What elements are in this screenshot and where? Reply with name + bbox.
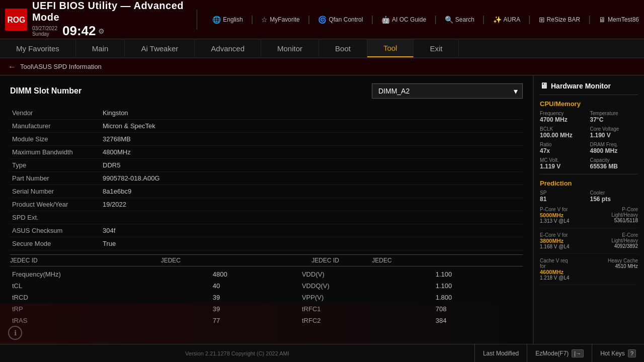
hot-keys-btn[interactable]: Hot Keys ? bbox=[592, 344, 644, 362]
jedec-col1-label: JEDEC ID bbox=[10, 257, 161, 264]
freq-row: tRP 39 tRFC1 708 bbox=[10, 303, 523, 315]
spd-field-label: Maximum Bandwidth bbox=[10, 146, 101, 159]
e-core-lh-label: E-CoreLight/Heavy bbox=[611, 232, 638, 243]
e-core-header: E-Core V for 3800MHz 1.168 V @L4 E-CoreL… bbox=[540, 232, 638, 249]
ezmode-btn[interactable]: EzMode(F7) |→ bbox=[527, 344, 592, 362]
temperature-label: Temperature bbox=[590, 111, 638, 116]
heavy-cache-value: 4510 MHz bbox=[608, 263, 638, 269]
bclk-value: 100.00 MHz bbox=[540, 132, 588, 139]
e-core-lh-value: 4092/3892 bbox=[611, 243, 638, 249]
dram-freq-value: 4800 MHz bbox=[590, 147, 638, 154]
temperature-value: 37°C bbox=[590, 116, 638, 123]
logo-area: ROG UEFI BIOS Utility — Advanced Mode 03… bbox=[5, 0, 192, 39]
cache-freq: 4600MHz bbox=[540, 269, 570, 275]
spd-row: VendorKingston bbox=[10, 107, 523, 120]
search-btn[interactable]: 🔍 Search bbox=[445, 16, 474, 24]
mc-volt-value: 1.119 V bbox=[540, 163, 588, 170]
memtest-btn[interactable]: 🖥 MemTest86 bbox=[599, 16, 639, 24]
monitor-divider bbox=[540, 174, 638, 174]
ratio-value: 47x bbox=[540, 147, 588, 154]
last-modified-btn[interactable]: Last Modified bbox=[474, 344, 527, 362]
freq-col3: tRFC1 bbox=[300, 303, 434, 315]
language-selector[interactable]: 🌐 English bbox=[212, 16, 243, 24]
spd-field-value: Kingston bbox=[101, 107, 523, 120]
date-line1: 03/27/2022 bbox=[32, 26, 57, 31]
freq-col2: 77 bbox=[211, 315, 300, 326]
spd-row: ManufacturerMicron & SpecTek bbox=[10, 120, 523, 133]
last-modified-label: Last Modified bbox=[483, 350, 519, 357]
language-label: English bbox=[223, 16, 243, 23]
p-core-block: P-Core V for 5000MHz 1.313 V @L4 P-CoreL… bbox=[540, 207, 638, 228]
prediction-section-title: Prediction bbox=[540, 179, 638, 187]
spd-field-label: Module Size bbox=[10, 133, 101, 146]
cpu-memory-grid: Frequency 4700 MHz Temperature 37°C BCLK… bbox=[540, 111, 638, 170]
sp-cooler-grid: SP 81 Cooler 156 pts bbox=[540, 190, 638, 203]
tab-exit[interactable]: Exit bbox=[414, 39, 459, 57]
spd-field-label: Product Week/Year bbox=[10, 198, 101, 211]
search-icon: 🔍 bbox=[445, 16, 453, 24]
freq-table: Frequency(MHz) 4800 VDD(V) 1.100 tCL 40 … bbox=[10, 268, 523, 326]
memtest-icon: 🖥 bbox=[599, 16, 606, 24]
my-favorite-btn[interactable]: ☆ MyFavorite bbox=[261, 16, 299, 24]
time-display: 09:42 bbox=[62, 23, 96, 39]
right-panel: 🖥 Hardware Monitor CPU/Memory Frequency … bbox=[533, 75, 644, 344]
tab-main[interactable]: Main bbox=[76, 39, 125, 57]
e-core-detail: 1.168 V @L4 bbox=[540, 244, 570, 249]
spd-row: TypeDDR5 bbox=[10, 159, 523, 172]
frequency-item: Frequency 4700 MHz bbox=[540, 111, 588, 123]
freq-col2: 40 bbox=[211, 280, 300, 292]
aura-btn[interactable]: ✨ AURA bbox=[493, 16, 520, 24]
jedec-col2-label: JEDEC bbox=[161, 257, 312, 264]
back-arrow-icon[interactable]: ← bbox=[8, 62, 16, 71]
spd-row: ASUS Checksum304f bbox=[10, 224, 523, 237]
tab-ai-tweaker[interactable]: Ai Tweaker bbox=[125, 39, 195, 57]
top-toolbar: 🌐 English | ☆ MyFavorite | 🌀 Qfan Contro… bbox=[212, 14, 639, 25]
spd-field-value: DDR5 bbox=[101, 159, 523, 172]
info-icon[interactable]: ℹ bbox=[8, 326, 22, 340]
spd-info-table: VendorKingstonManufacturerMicron & SpecT… bbox=[10, 107, 523, 250]
cache-v-label: Cache V reqfor bbox=[540, 258, 570, 269]
cache-header: Cache V reqfor 4600MHz 1.218 V @L4 Heavy… bbox=[540, 258, 638, 281]
p-core-detail: 1.313 V @L4 bbox=[540, 218, 570, 224]
datetime-area: 03/27/2022 Sunday 09:42 ⚙ bbox=[32, 23, 192, 39]
search-label: Search bbox=[455, 16, 474, 23]
freq-col4: 384 bbox=[434, 315, 523, 326]
spd-row: Part Number9905782-018.A00G bbox=[10, 172, 523, 185]
freq-row: tRAS 77 tRFC2 384 bbox=[10, 315, 523, 326]
p-core-lh-label: P-CoreLight/Heavy bbox=[611, 207, 638, 218]
ai-oc-btn[interactable]: 🤖 AI OC Guide bbox=[381, 16, 426, 24]
freq-col4: 1.100 bbox=[434, 268, 523, 280]
dimm-row: DIMM Slot Number DIMM_A2 DIMM_B2 bbox=[10, 83, 523, 99]
tab-tool[interactable]: Tool bbox=[367, 39, 414, 57]
hw-monitor-title: 🖥 Hardware Monitor bbox=[540, 81, 638, 95]
mc-volt-label: MC Volt. bbox=[540, 157, 588, 163]
breadcrumb-text: Tool\ASUS SPD Information bbox=[20, 63, 102, 70]
ai-icon: 🤖 bbox=[381, 16, 390, 24]
dimm-slot-select[interactable]: DIMM_A2 DIMM_B2 bbox=[372, 83, 523, 99]
tab-advanced[interactable]: Advanced bbox=[195, 39, 261, 57]
nav-tabs: My Favorites Main Ai Tweaker Advanced Mo… bbox=[0, 39, 644, 58]
qfan-btn[interactable]: 🌀 Qfan Control bbox=[318, 16, 363, 24]
freq-col4: 1.100 bbox=[434, 280, 523, 292]
separator bbox=[197, 10, 197, 30]
my-favorite-label: MyFavorite bbox=[270, 16, 299, 23]
spd-field-label: Vendor bbox=[10, 107, 101, 120]
rog-logo-icon: ROG bbox=[5, 7, 27, 32]
hot-keys-icon: ? bbox=[628, 349, 636, 357]
dimm-select-wrapper: DIMM_A2 DIMM_B2 bbox=[372, 83, 523, 99]
hot-keys-label: Hot Keys bbox=[600, 350, 625, 357]
app-title: UEFI BIOS Utility — Advanced Mode bbox=[32, 0, 192, 23]
cache-block: Cache V reqfor 4600MHz 1.218 V @L4 Heavy… bbox=[540, 258, 638, 285]
spd-row: SPD Ext. bbox=[10, 211, 523, 224]
tab-my-favorites[interactable]: My Favorites bbox=[0, 39, 76, 57]
spd-field-value: 304f bbox=[101, 224, 523, 237]
sp-value: 81 bbox=[540, 196, 588, 203]
heavy-cache-label: Heavy Cache bbox=[608, 258, 638, 263]
settings-gear-icon[interactable]: ⚙ bbox=[98, 27, 105, 35]
tab-monitor[interactable]: Monitor bbox=[261, 39, 319, 57]
footer-version: Version 2.21.1278 Copyright (C) 2022 AMI bbox=[0, 350, 474, 356]
tab-boot[interactable]: Boot bbox=[319, 39, 367, 57]
resize-bar-label: ReSize BAR bbox=[547, 16, 581, 23]
bclk-item: BCLK 100.00 MHz bbox=[540, 126, 588, 139]
resize-bar-btn[interactable]: ⊞ ReSize BAR bbox=[539, 16, 581, 24]
